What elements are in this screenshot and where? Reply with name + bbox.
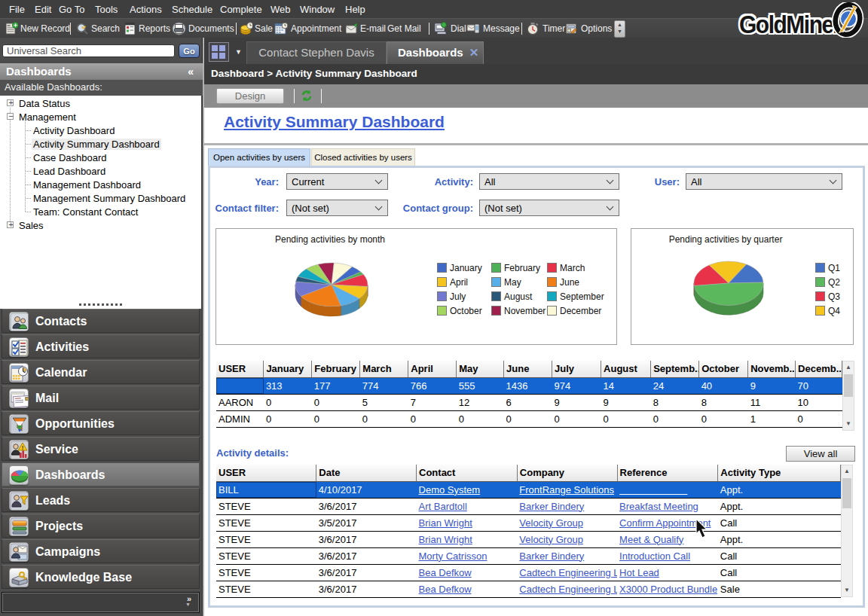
svg-text:!: !	[22, 444, 24, 451]
